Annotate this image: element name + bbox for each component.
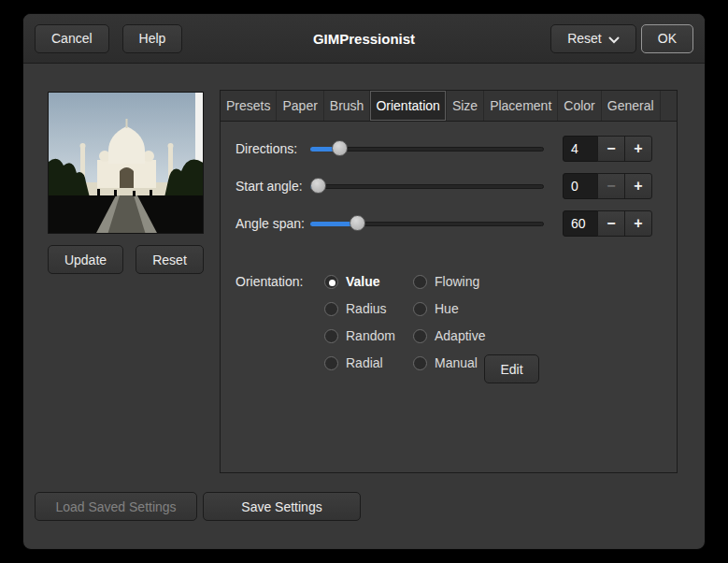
tab-paper[interactable]: Paper (277, 91, 323, 121)
cancel-button[interactable]: Cancel (35, 24, 109, 53)
reset-dropdown-button[interactable]: Reset (550, 24, 636, 53)
radio-button-icon[interactable] (413, 329, 427, 343)
radio-option[interactable]: Value (324, 273, 395, 290)
radio-option[interactable]: Adaptive (413, 327, 485, 344)
radio-option[interactable]: Flowing (413, 273, 485, 290)
slider-knob[interactable] (350, 215, 365, 231)
edit-manual-button[interactable]: Edit (484, 354, 539, 383)
radio-button-icon[interactable] (413, 356, 427, 370)
radio-button-icon[interactable] (324, 356, 338, 370)
plus-button[interactable]: + (624, 136, 652, 162)
directions-spinbox: 4 − + (563, 136, 652, 162)
taj-mahal-preview-image (49, 93, 203, 234)
tab-bar: Presets Paper Brush Orientation Size Pla… (221, 91, 677, 122)
radio-option[interactable]: Manual (413, 354, 485, 371)
tab-placement[interactable]: Placement (484, 91, 558, 121)
tab-size[interactable]: Size (447, 91, 484, 121)
angle-span-value-field[interactable]: 60 (563, 210, 598, 237)
minus-button[interactable]: − (597, 136, 625, 162)
radio-button-icon[interactable] (324, 329, 338, 343)
ok-button[interactable]: OK (641, 24, 693, 53)
angle-span-label: Angle span: (236, 210, 305, 237)
start-angle-value-field[interactable]: 0 (563, 173, 598, 199)
orientation-label: Orientation: (236, 273, 303, 290)
chevron-down-icon (608, 32, 620, 47)
radio-button-icon[interactable] (324, 275, 338, 289)
orientation-tab-panel: Directions: 4 − + Start angle: (221, 122, 677, 472)
radio-option[interactable]: Radial (324, 354, 395, 371)
angle-span-row: Angle span: 60 − + (221, 210, 677, 237)
angle-span-slider[interactable] (310, 210, 544, 237)
plus-button[interactable]: + (624, 210, 652, 237)
tab-general[interactable]: General (602, 91, 661, 121)
help-button[interactable]: Help (122, 24, 183, 53)
directions-row: Directions: 4 − + (221, 136, 677, 162)
start-angle-spinbox: 0 − + (563, 173, 652, 199)
orientation-radio-column-1: Value Radius Random Radial (324, 273, 395, 371)
tab-brush[interactable]: Brush (324, 91, 371, 121)
directions-slider[interactable] (310, 136, 544, 162)
minus-button[interactable]: − (597, 173, 625, 199)
header-left-actions: Cancel Help (35, 24, 182, 53)
start-angle-row: Start angle: 0 − + (221, 173, 677, 199)
radio-option[interactable]: Random (324, 327, 395, 344)
load-settings-button[interactable]: Load Saved Settings (35, 492, 197, 521)
save-settings-button[interactable]: Save Settings (203, 492, 361, 521)
tab-orientation[interactable]: Orientation (370, 91, 446, 121)
settings-notebook: Presets Paper Brush Orientation Size Pla… (220, 90, 678, 473)
tab-color[interactable]: Color (558, 91, 601, 121)
header-bar: GIMPressionist Cancel Help Reset OK (23, 14, 705, 64)
radio-button-icon[interactable] (413, 302, 427, 316)
radio-button-icon[interactable] (324, 302, 338, 316)
reset-dropdown-label: Reset (567, 31, 602, 46)
plus-button[interactable]: + (624, 173, 652, 199)
minus-button[interactable]: − (597, 210, 625, 237)
radio-button-icon[interactable] (413, 275, 427, 289)
header-right-actions: Reset OK (550, 24, 693, 53)
radio-option[interactable]: Hue (413, 300, 485, 317)
start-angle-label: Start angle: (236, 173, 303, 199)
angle-span-spinbox: 60 − + (563, 210, 652, 237)
tab-presets[interactable]: Presets (221, 91, 277, 121)
slider-knob[interactable] (332, 140, 348, 156)
reset-preview-button[interactable]: Reset (136, 245, 204, 274)
update-preview-button[interactable]: Update (48, 245, 123, 274)
orientation-radio-column-2: Flowing Hue Adaptive Manual (413, 273, 485, 371)
preview-frame (48, 92, 204, 234)
directions-value-field[interactable]: 4 (563, 136, 598, 162)
radio-option[interactable]: Radius (324, 300, 395, 317)
slider-trough[interactable] (310, 184, 544, 189)
gimpressionist-dialog: GIMPressionist Cancel Help Reset OK (22, 13, 706, 550)
directions-label: Directions: (236, 136, 297, 162)
start-angle-slider[interactable] (310, 173, 544, 199)
slider-knob[interactable] (310, 178, 326, 194)
